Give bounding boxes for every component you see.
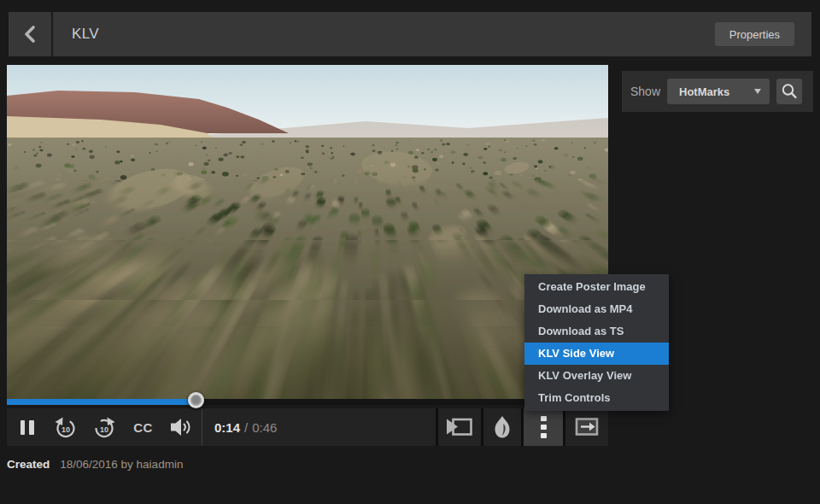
video-frame[interactable]: [7, 65, 608, 399]
play-into-box-icon: [444, 415, 475, 439]
right-controls: [436, 408, 608, 446]
created-info: Created18/06/2016 by haiadmin: [7, 458, 183, 471]
rotate-cw-10-icon: 10: [91, 413, 118, 442]
chevron-down-icon: [754, 89, 761, 94]
arrow-right-box-icon: [571, 415, 602, 439]
rotate-ccw-10-icon: 10: [52, 413, 79, 442]
context-menu: Create Poster Image Download as MP4 Down…: [524, 274, 669, 411]
more-options-button[interactable]: [524, 408, 563, 446]
skip-back-10-button[interactable]: 10: [47, 408, 84, 446]
dropdown-value: HotMarks: [679, 85, 754, 98]
menu-item-download-mp4[interactable]: Download as MP4: [524, 298, 669, 320]
time-duration: 0:46: [252, 420, 277, 435]
progress-scrubber[interactable]: [188, 392, 204, 408]
created-value: 18/06/2016 by haiadmin: [60, 458, 183, 471]
speaker-icon: [169, 416, 195, 438]
hotmark-button[interactable]: [483, 408, 521, 446]
share-button[interactable]: [438, 408, 481, 446]
back-button[interactable]: [9, 12, 53, 56]
page-title: KLV: [72, 26, 99, 43]
menu-item-download-ts[interactable]: Download as TS: [524, 320, 669, 343]
header: KLV Properties: [9, 12, 811, 56]
search-icon: [780, 82, 799, 101]
menu-item-create-poster-image[interactable]: Create Poster Image: [524, 276, 669, 298]
closed-captions-button[interactable]: CC: [124, 408, 162, 446]
flame-icon: [491, 414, 513, 440]
progress-fill: [7, 399, 199, 405]
player-controls: 10 10 CC 0:14 / 0:46: [7, 408, 608, 446]
progress-bar[interactable]: [7, 399, 608, 405]
svg-text:10: 10: [99, 425, 108, 434]
pause-icon: [20, 420, 26, 435]
volume-button[interactable]: [162, 408, 202, 446]
menu-item-trim-controls[interactable]: Trim Controls: [524, 387, 669, 409]
svg-text:10: 10: [61, 425, 69, 434]
side-panel-button[interactable]: [565, 408, 608, 446]
chevron-left-icon: [23, 25, 37, 44]
skip-forward-10-button[interactable]: 10: [84, 408, 124, 446]
search-button[interactable]: [776, 79, 802, 104]
pause-button[interactable]: [7, 408, 47, 446]
kebab-icon: [541, 416, 547, 421]
menu-item-klv-side-view[interactable]: KLV Side View: [524, 343, 669, 365]
properties-button[interactable]: Properties: [715, 22, 794, 46]
video-player: 10 10 CC 0:14 / 0:46: [7, 65, 608, 446]
menu-item-klv-overlay-view[interactable]: KLV Overlay View: [524, 365, 669, 387]
time-current: 0:14: [214, 420, 240, 435]
hotmarks-dropdown[interactable]: HotMarks: [667, 79, 770, 104]
show-label: Show: [629, 85, 660, 98]
created-label: Created: [7, 458, 50, 471]
hotmarks-filter-bar: Show HotMarks: [622, 71, 813, 112]
time-display: 0:14 / 0:46: [202, 408, 277, 446]
